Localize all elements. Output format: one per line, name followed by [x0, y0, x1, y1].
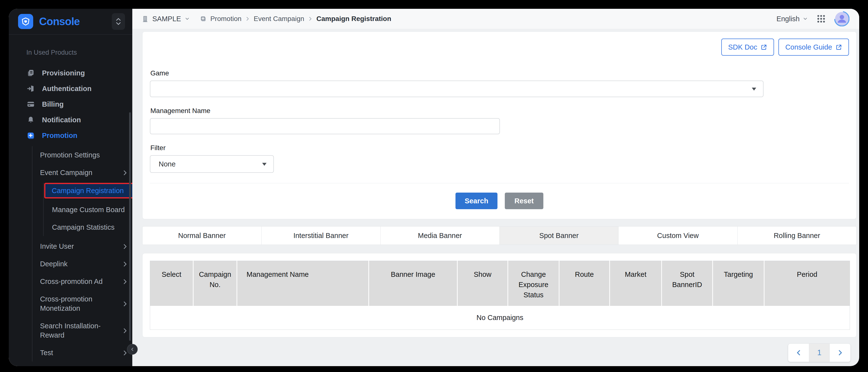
promotion-badge-icon	[200, 15, 207, 23]
external-link-icon	[836, 44, 842, 51]
sidebar-item-notification[interactable]: Notification	[9, 112, 132, 128]
login-icon	[26, 84, 35, 93]
sidebar-item-search-installation-reward[interactable]: Search Installation-Reward	[40, 317, 132, 344]
console-guide-button[interactable]: Console Guide	[778, 38, 849, 56]
sidebar-item-event-campaign[interactable]: Event Campaign	[40, 164, 132, 181]
console-logo-icon	[18, 14, 33, 29]
console-logo-text: Console	[39, 16, 80, 28]
sdk-doc-button[interactable]: SDK Doc	[721, 38, 774, 56]
reset-button[interactable]: Reset	[505, 193, 544, 209]
tab-interstitial-banner[interactable]: Interstitial Banner	[262, 226, 381, 245]
sidebar-nav: In Used Products Provisioning Authentica…	[9, 34, 132, 366]
table-header-row: Select Campaign No. Management Name Bann…	[150, 261, 850, 306]
dropdown-caret-icon	[752, 88, 756, 91]
avatar[interactable]	[834, 11, 849, 26]
breadcrumb: Promotion Event Campaign Campaign Regist…	[200, 15, 391, 23]
page-number-current[interactable]: 1	[809, 344, 830, 362]
sidebar-item-label: Notification	[42, 116, 81, 124]
prev-page-button[interactable]	[788, 344, 809, 362]
credit-card-icon	[26, 100, 35, 108]
sidebar-item-cross-promotion-ad[interactable]: Cross-promotion Ad	[40, 273, 132, 290]
column-header: Market	[610, 261, 662, 306]
chevron-right-icon	[245, 16, 250, 22]
sidebar-item-authentication[interactable]: Authentication	[9, 81, 132, 96]
column-header: Select	[150, 261, 193, 306]
column-header: Management Name	[237, 261, 369, 306]
sidebar-item-billing[interactable]: Billing	[9, 96, 132, 112]
sidebar-item-social[interactable]: Social	[9, 365, 132, 366]
content-area: SDK Doc Console Guide Game Management Na…	[132, 29, 859, 366]
sidebar-item-label: Authentication	[42, 85, 92, 93]
building-icon	[141, 15, 149, 23]
tab-spot-banner[interactable]: Spot Banner	[500, 226, 619, 245]
breadcrumb-item[interactable]: Promotion	[210, 15, 242, 23]
apps-grid-icon[interactable]	[816, 14, 826, 24]
promotion-icon	[26, 131, 35, 140]
event-campaign-submenu: Campaign Registration Manage Custom Boar…	[43, 183, 132, 236]
sidebar-item-promotion-settings[interactable]: Promotion Settings	[40, 146, 132, 164]
column-header: Spot BannerID	[662, 261, 713, 306]
sidebar-item-deeplink[interactable]: Deeplink	[40, 255, 132, 273]
documents-icon	[26, 69, 35, 78]
sidebar-item-campaign-registration annotation-highlight[interactable]: Campaign Registration	[44, 183, 132, 198]
chevron-down-icon	[803, 16, 808, 22]
app-window: Console In Used Products Provisioning Au…	[9, 9, 859, 366]
sidebar-item-label: Provisioning	[42, 69, 85, 77]
filter-select-value: None	[159, 160, 176, 168]
promotion-submenu: Promotion Settings Event Campaign Campai…	[32, 146, 132, 362]
bell-icon	[26, 116, 35, 124]
workspace-name: SAMPLE	[152, 15, 181, 23]
breadcrumb-item[interactable]: Event Campaign	[254, 15, 304, 23]
dropdown-caret-icon	[262, 163, 267, 166]
search-panel: SDK Doc Console Guide Game Management Na…	[142, 31, 857, 219]
sidebar-item-test[interactable]: Test	[40, 344, 132, 362]
language-selector[interactable]: English	[776, 15, 808, 23]
campaign-table-panel: Select Campaign No. Management Name Bann…	[142, 253, 857, 337]
filter-select[interactable]: None	[150, 155, 274, 173]
sidebar-item-invite-user[interactable]: Invite User	[40, 238, 132, 255]
tab-normal-banner[interactable]: Normal Banner	[142, 226, 262, 245]
management-name-input[interactable]	[150, 118, 500, 134]
column-header: Route	[559, 261, 610, 306]
chevron-right-icon	[308, 16, 313, 22]
language-label: English	[776, 15, 800, 23]
chevron-right-icon	[122, 243, 128, 250]
chevron-right-icon	[122, 169, 128, 176]
topbar: SAMPLE Promotion Event Campaign Campaign…	[132, 9, 859, 29]
sidebar-scrollbar[interactable]	[129, 112, 131, 341]
column-header: Targeting	[713, 261, 764, 306]
sidebar-item-manage-custom-board[interactable]: Manage Custom Board	[52, 201, 132, 218]
chevron-left-icon	[130, 347, 135, 352]
sidebar: Console In Used Products Provisioning Au…	[9, 9, 132, 366]
management-name-label: Management Name	[150, 107, 849, 115]
sidebar-item-label: Billing	[42, 100, 64, 108]
next-page-button[interactable]	[830, 344, 850, 362]
sidebar-item-campaign-statistics[interactable]: Campaign Statistics	[52, 218, 132, 236]
chevron-down-icon	[115, 22, 122, 26]
sidebar-collapse-button[interactable]	[112, 13, 125, 30]
external-link-icon	[761, 44, 767, 51]
campaign-table: Select Campaign No. Management Name Bann…	[150, 261, 850, 330]
tab-custom-view[interactable]: Custom View	[619, 226, 738, 245]
workspace-selector[interactable]: SAMPLE	[141, 15, 190, 23]
breadcrumb-current: Campaign Registration	[316, 15, 391, 23]
pagination: 1	[788, 343, 851, 362]
chevron-right-icon	[837, 349, 844, 356]
search-button[interactable]: Search	[456, 193, 497, 209]
sidebar-toggle-button[interactable]	[127, 344, 138, 355]
tab-media-banner[interactable]: Media Banner	[380, 226, 500, 245]
empty-row: No Campaigns	[150, 306, 850, 330]
column-header: Period	[764, 261, 850, 306]
chevron-up-icon	[115, 17, 122, 22]
tab-rolling-banner[interactable]: Rolling Banner	[738, 226, 857, 245]
sidebar-item-cross-promotion-monetization[interactable]: Cross-promotion Monetization	[40, 290, 132, 317]
main-area: SAMPLE Promotion Event Campaign Campaign…	[132, 9, 859, 366]
form-actions-row: Search Reset	[150, 193, 849, 209]
column-header: Campaign No.	[193, 261, 237, 306]
doc-buttons-row: SDK Doc Console Guide	[150, 38, 849, 56]
sidebar-item-promotion[interactable]: Promotion	[9, 128, 132, 143]
chevron-down-icon	[185, 16, 190, 22]
chevron-left-icon	[795, 349, 802, 356]
sidebar-item-provisioning[interactable]: Provisioning	[9, 65, 132, 81]
game-select[interactable]	[150, 81, 764, 97]
